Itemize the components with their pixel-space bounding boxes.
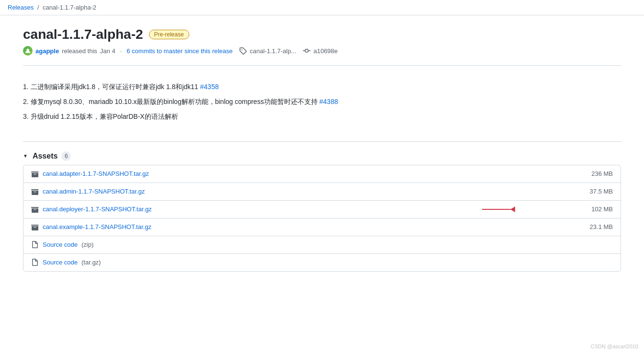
note-item: 1. 二进制编译采用jdk1.8，可保证运行时兼容jdk 1.8和jdk11 #… — [23, 81, 621, 93]
assets-triangle: ▼ — [23, 153, 28, 159]
author-link[interactable]: agapple — [35, 47, 59, 55]
asset-left: canal.admin-1.1.7-SNAPSHOT.tar.gz — [31, 188, 145, 195]
tag-ref: canal-1.1.7-alp... — [250, 47, 296, 55]
meta-separator-1: · — [120, 47, 122, 55]
commits-link[interactable]: 6 commits to master since this release — [126, 47, 232, 55]
asset-item: canal.deployer-1.1.7-SNAPSHOT.tar.gz 102… — [23, 201, 621, 218]
breadcrumb: Releases / canal-1.1.7-alpha-2 — [0, 0, 644, 15]
arrow-line — [482, 209, 511, 210]
issue-link[interactable]: #4388 — [320, 98, 338, 105]
asset-left: Source code (zip) — [31, 241, 93, 249]
source-suffix: (zip) — [81, 241, 93, 248]
asset-left: canal.adapter-1.1.7-SNAPSHOT.tar.gz — [31, 170, 149, 178]
archive-icon — [31, 206, 39, 213]
source-suffix: (tar.gz) — [81, 259, 101, 266]
commit-hash: a10698e — [313, 47, 338, 55]
releases-link[interactable]: Releases — [8, 4, 34, 11]
release-date: Jan 4 — [100, 47, 115, 55]
asset-name-link[interactable]: canal.deployer-1.1.7-SNAPSHOT.tar.gz — [43, 206, 152, 213]
release-action: released this — [62, 47, 97, 55]
asset-size: 23.1 MB — [590, 223, 613, 230]
note-item: 2. 修复mysql 8.0.30、mariadb 10.10.x最新版的bin… — [23, 96, 621, 108]
pre-release-badge: Pre-release — [149, 30, 189, 39]
asset-name-link[interactable]: canal.example-1.1.7-SNAPSHOT.tar.gz — [43, 223, 151, 230]
asset-item: Source code (tar.gz) — [23, 254, 621, 271]
asset-left: Source code (tar.gz) — [31, 259, 101, 266]
watermark: CSDN @ascarl2010 — [591, 344, 638, 349]
asset-size: 236 MB — [591, 170, 613, 177]
release-header: canal-1.1.7-alpha-2 Pre-release — [23, 27, 621, 42]
avatar — [23, 46, 33, 56]
assets-count: 6 — [61, 151, 71, 161]
assets-label: Assets — [33, 152, 58, 160]
source-icon — [31, 259, 39, 266]
commit-icon — [303, 47, 310, 55]
release-title: canal-1.1.7-alpha-2 — [23, 27, 143, 42]
asset-size: 102 MB — [591, 206, 613, 213]
red-arrow-annotation — [482, 206, 515, 212]
issue-link[interactable]: #4358 — [200, 83, 219, 91]
divider-top — [23, 65, 621, 66]
release-meta: agapple released this Jan 4 · 6 commits … — [23, 46, 621, 56]
asset-name-link[interactable]: Source code — [43, 259, 78, 266]
asset-item: canal.adapter-1.1.7-SNAPSHOT.tar.gz 236 … — [23, 165, 621, 183]
archive-icon — [31, 223, 39, 231]
assets-header: ▼ Assets 6 — [23, 151, 621, 161]
arrow-head — [510, 206, 515, 212]
breadcrumb-current: canal-1.1.7-alpha-2 — [43, 4, 96, 11]
note-item: 3. 升级druid 1.2.15版本，兼容PolarDB-X的语法解析 — [23, 111, 621, 123]
main-content: canal-1.1.7-alpha-2 Pre-release agapple … — [15, 15, 629, 283]
archive-icon — [31, 170, 39, 178]
asset-left: canal.deployer-1.1.7-SNAPSHOT.tar.gz — [31, 206, 152, 213]
assets-list: canal.adapter-1.1.7-SNAPSHOT.tar.gz 236 … — [23, 165, 621, 272]
tag-icon — [239, 47, 247, 55]
breadcrumb-separator: / — [37, 4, 39, 11]
divider-bottom — [23, 141, 621, 142]
asset-name-link[interactable]: canal.adapter-1.1.7-SNAPSHOT.tar.gz — [43, 170, 149, 177]
asset-left: canal.example-1.1.7-SNAPSHOT.tar.gz — [31, 223, 151, 231]
asset-item: canal.example-1.1.7-SNAPSHOT.tar.gz 23.1… — [23, 218, 621, 236]
archive-icon — [31, 188, 39, 195]
asset-size: 37.5 MB — [590, 188, 613, 195]
asset-name-link[interactable]: canal.admin-1.1.7-SNAPSHOT.tar.gz — [43, 188, 145, 195]
source-icon — [31, 241, 39, 249]
release-notes: 1. 二进制编译采用jdk1.8，可保证运行时兼容jdk 1.8和jdk11 #… — [23, 73, 621, 134]
asset-name-link[interactable]: Source code — [43, 241, 78, 248]
asset-item: canal.admin-1.1.7-SNAPSHOT.tar.gz 37.5 M… — [23, 183, 621, 201]
asset-item: Source code (zip) — [23, 236, 621, 254]
